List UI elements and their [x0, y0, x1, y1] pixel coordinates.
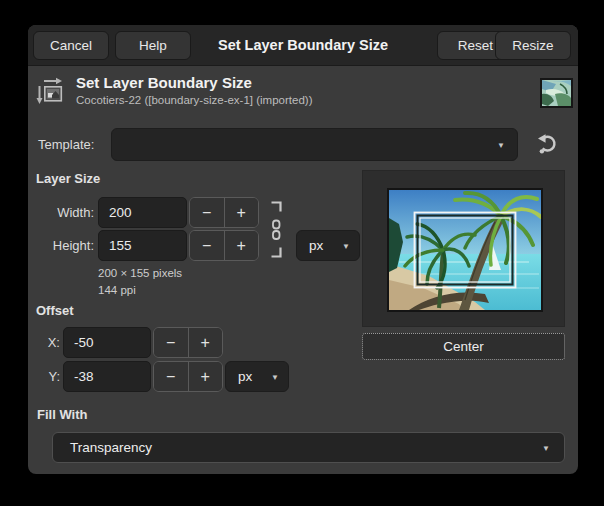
- cancel-button[interactable]: Cancel: [33, 31, 109, 60]
- height-input[interactable]: [98, 230, 187, 261]
- resize-layer-icon: [36, 76, 66, 106]
- layer-size-unit-value: px: [309, 231, 323, 260]
- height-decrement-button[interactable]: −: [190, 231, 224, 260]
- chevron-down-icon: ▼: [271, 372, 279, 381]
- offset-x-increment-button[interactable]: +: [188, 328, 223, 357]
- offset-y-decrement-button[interactable]: −: [154, 362, 188, 391]
- template-revert-icon[interactable]: [536, 133, 560, 157]
- offset-unit-dropdown[interactable]: px ▼: [225, 361, 289, 392]
- width-label: Width:: [36, 197, 94, 228]
- height-label: Height:: [36, 230, 94, 261]
- layer-size-unit-dropdown[interactable]: px ▼: [296, 230, 360, 261]
- offset-y-increment-button[interactable]: +: [188, 362, 223, 391]
- header-subtitle: Cocotiers-22 ([boundary-size-ex-1] (impo…: [76, 94, 312, 106]
- offset-x-decrement-button[interactable]: −: [154, 328, 188, 357]
- layer-size-heading: Layer Size: [36, 171, 100, 186]
- offset-unit-value: px: [238, 362, 252, 391]
- help-button[interactable]: Help: [115, 31, 191, 60]
- width-input[interactable]: [98, 197, 187, 228]
- width-decrement-button[interactable]: −: [190, 198, 224, 227]
- layer-thumbnail: [540, 78, 573, 108]
- width-stepper: − +: [189, 197, 259, 228]
- chevron-down-icon: ▼: [497, 140, 505, 149]
- height-increment-button[interactable]: +: [224, 231, 259, 260]
- offset-y-input[interactable]: [63, 361, 151, 392]
- dialog-title: Set Layer Boundary Size: [198, 25, 408, 66]
- offset-heading: Offset: [36, 303, 74, 318]
- template-dropdown[interactable]: ▼: [111, 128, 518, 161]
- center-button[interactable]: Center: [362, 333, 565, 360]
- fill-with-selected-value: Transparency: [70, 433, 152, 462]
- chevron-down-icon: ▼: [542, 443, 550, 452]
- offset-y-label: Y:: [36, 361, 60, 392]
- fill-with-heading: Fill With: [37, 407, 87, 422]
- broken-chain-icon[interactable]: [270, 201, 282, 258]
- header-title: Set Layer Boundary Size: [76, 74, 252, 91]
- width-increment-button[interactable]: +: [224, 198, 259, 227]
- dimensions-note: 200 × 155 pixels: [98, 267, 182, 279]
- offset-x-stepper: − +: [153, 327, 223, 358]
- resize-button[interactable]: Resize: [495, 31, 571, 60]
- layer-preview-image[interactable]: [387, 188, 543, 312]
- offset-x-input[interactable]: [63, 327, 151, 358]
- fill-with-dropdown[interactable]: Transparency ▼: [52, 432, 565, 463]
- height-stepper: − +: [189, 230, 259, 261]
- resolution-note: 144 ppi: [98, 284, 136, 296]
- offset-preview-panel: [362, 170, 565, 327]
- chevron-down-icon: ▼: [342, 241, 350, 250]
- titlebar: Cancel Help Set Layer Boundary Size Rese…: [28, 25, 578, 66]
- template-label: Template:: [38, 128, 94, 161]
- offset-y-stepper: − +: [153, 361, 223, 392]
- offset-x-label: X:: [36, 327, 60, 358]
- set-layer-boundary-size-dialog: Cancel Help Set Layer Boundary Size Rese…: [28, 25, 578, 474]
